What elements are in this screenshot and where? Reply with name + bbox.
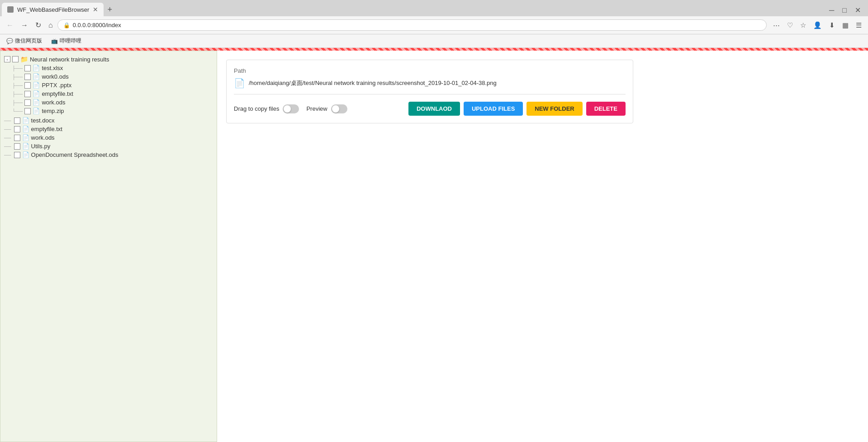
wechat-icon: 💬 <box>6 38 13 44</box>
root-folder-name: Neural network training results <box>30 56 109 63</box>
tree-item-work-ods-1[interactable]: ├── 📄 work.ods <box>4 98 213 107</box>
checkbox-opendoc-ods[interactable] <box>14 152 20 158</box>
bookmarks-bar: 💬 微信网页版 📺 哔哩哔哩 <box>0 34 868 48</box>
filename-test-docx: test.docx <box>31 117 55 124</box>
file-icon: 📄 <box>33 82 40 89</box>
connector-icon: ── <box>4 118 11 123</box>
preview-knob <box>332 105 339 113</box>
filename-temp-zip: temp.zip <box>42 108 64 114</box>
path-file-icon: 📄 <box>234 78 245 89</box>
checkbox-work-ods-1[interactable] <box>24 99 31 106</box>
filename-opendoc-ods: OpenDocument Spreadsheet.ods <box>31 151 119 158</box>
bookmark-wechat-label: 微信网页版 <box>15 37 42 45</box>
file-icon: 📄 <box>22 117 29 124</box>
file-icon: 📄 <box>33 108 40 114</box>
file-icon: 📄 <box>22 134 29 141</box>
tree-item-emptyfile-txt-1[interactable]: ├── 📄 emptyfile.txt <box>4 89 213 98</box>
path-label: Path <box>234 67 626 74</box>
path-value: /home/daiqiang/桌面/test/Neural network tr… <box>249 79 497 87</box>
browser-window: WF_WebBasedFileBrowser ✕ + ─ □ ✕ ← → ↻ ⌂… <box>0 0 868 442</box>
page-content: - 📁 Neural network training results ├── … <box>0 51 868 442</box>
forward-button[interactable]: → <box>18 19 31 31</box>
file-icon: 📄 <box>33 73 40 80</box>
download-button[interactable]: DOWNLAOD <box>408 102 460 116</box>
close-window-button[interactable]: ✕ <box>851 4 864 16</box>
settings-icon[interactable]: ☰ <box>853 19 864 31</box>
connector-icon: ├── <box>12 74 23 80</box>
drag-copy-group: Drag to copy files <box>234 104 299 113</box>
collections-icon[interactable]: ▦ <box>840 19 851 31</box>
tree-item-pptx[interactable]: ├── 📄 PPTX .pptx <box>4 81 213 89</box>
file-icon: 📄 <box>33 99 40 106</box>
checkbox-emptyfile-txt-2[interactable] <box>14 126 20 132</box>
extensions-icon[interactable]: ⋯ <box>770 19 783 31</box>
folder-icon: 📁 <box>20 56 28 63</box>
file-icon: 📄 <box>22 143 29 150</box>
tree-root[interactable]: - 📁 Neural network training results <box>4 55 213 64</box>
connector-icon: ── <box>4 127 11 132</box>
tree-item-work-ods-2[interactable]: ── 📄 work.ods <box>4 133 213 142</box>
tree-item-temp-zip[interactable]: └── 📄 temp.zip <box>4 107 213 115</box>
bookmark-wechat[interactable]: 💬 微信网页版 <box>4 36 45 46</box>
tree-item-opendoc-ods[interactable]: ── 📄 OpenDocument Spreadsheet.ods <box>4 150 213 159</box>
connector-icon: ├── <box>12 91 23 97</box>
tab-bar: WF_WebBasedFileBrowser ✕ + ─ □ ✕ <box>0 0 868 16</box>
address-bar[interactable]: 🔒 0.0.0.0:8000/index <box>57 19 767 31</box>
checkbox-work0-ods[interactable] <box>24 74 31 80</box>
download-icon[interactable]: ⬇ <box>826 19 838 31</box>
bilibili-icon: 📺 <box>51 38 58 44</box>
active-tab[interactable]: WF_WebBasedFileBrowser ✕ <box>2 3 104 16</box>
filename-work-ods-2: work.ods <box>31 134 55 141</box>
tree-item-work0-ods[interactable]: ├── 📄 work0.ods <box>4 72 213 81</box>
profile-icon[interactable]: 👤 <box>811 19 825 31</box>
drag-copy-label: Drag to copy files <box>234 105 279 112</box>
tree-item-emptyfile-txt-2[interactable]: ── 📄 emptyfile.txt <box>4 125 213 133</box>
tab-close-button[interactable]: ✕ <box>93 6 98 13</box>
checkbox-pptx[interactable] <box>24 82 31 89</box>
file-tree-panel: - 📁 Neural network training results ├── … <box>0 51 217 442</box>
bookmark-icon[interactable]: ♡ <box>784 19 796 31</box>
checkbox-test-xlsx[interactable] <box>24 65 31 71</box>
drag-copy-toggle[interactable] <box>283 104 299 113</box>
preview-label: Preview <box>306 105 327 112</box>
file-info-box: Path 📄 /home/daiqiang/桌面/test/Neural net… <box>226 60 633 123</box>
star-icon[interactable]: ☆ <box>797 19 809 31</box>
address-text: 0.0.0.0:8000/index <box>73 22 761 28</box>
checkbox-temp-zip[interactable] <box>24 108 31 114</box>
tree-item-test-xlsx[interactable]: ├── 📄 test.xlsx <box>4 64 213 72</box>
file-icon: 📄 <box>33 65 40 71</box>
tree-item-utils-py[interactable]: ── 📄 Utils.py <box>4 142 213 150</box>
delete-button[interactable]: DELETE <box>586 102 626 116</box>
checkbox-work-ods-2[interactable] <box>14 135 20 141</box>
toolbar-icons: ⋯ ♡ ☆ 👤 ⬇ ▦ ☰ <box>770 19 864 31</box>
filename-emptyfile-txt-2: emptyfile.txt <box>31 126 62 132</box>
connector-icon: ── <box>4 152 11 158</box>
bookmark-bilibili[interactable]: 📺 哔哩哔哩 <box>48 36 84 46</box>
filename-emptyfile-txt-1: emptyfile.txt <box>42 90 73 97</box>
upload-button[interactable]: UPLOAD FILES <box>464 102 523 116</box>
tree-item-test-docx[interactable]: ── 📄 test.docx <box>4 116 213 125</box>
drag-copy-knob <box>284 105 291 113</box>
minimize-button[interactable]: ─ <box>825 5 838 16</box>
checkbox-emptyfile-txt-1[interactable] <box>24 91 31 97</box>
maximize-button[interactable]: □ <box>839 5 850 16</box>
filename-work-ods-1: work.ods <box>42 99 65 106</box>
file-icon: 📄 <box>33 90 40 97</box>
back-button[interactable]: ← <box>4 19 16 31</box>
refresh-button[interactable]: ↻ <box>33 19 44 31</box>
root-checkbox[interactable] <box>12 56 19 62</box>
new-folder-button[interactable]: NEW FOLDER <box>526 102 582 116</box>
root-expand-icon[interactable]: - <box>4 56 10 62</box>
filename-pptx: PPTX .pptx <box>42 82 71 89</box>
controls-row: Drag to copy files Preview DOWNLAOD <box>234 102 626 116</box>
lock-icon: 🔒 <box>63 22 70 28</box>
preview-toggle[interactable] <box>331 104 347 113</box>
bookmark-bilibili-label: 哔哩哔哩 <box>60 37 81 45</box>
checkbox-utils-py[interactable] <box>14 143 20 150</box>
connector-icon: ├── <box>12 66 23 71</box>
new-tab-button[interactable]: + <box>104 3 116 16</box>
home-button[interactable]: ⌂ <box>46 19 56 31</box>
checkbox-test-docx[interactable] <box>14 118 20 124</box>
connector-icon: └── <box>12 108 23 114</box>
connector-icon: ├── <box>12 83 23 88</box>
